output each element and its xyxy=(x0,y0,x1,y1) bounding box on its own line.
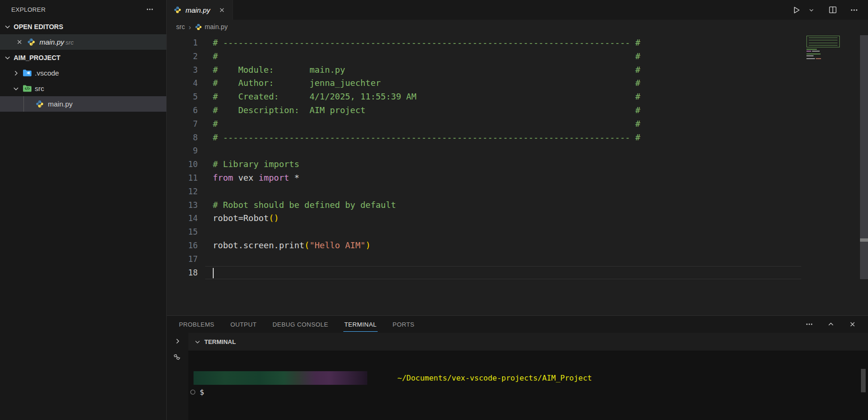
keys-icon[interactable] xyxy=(173,353,182,361)
tree-item-src[interactable]: src xyxy=(0,81,166,96)
breadcrumb-dir[interactable]: src xyxy=(176,23,185,31)
terminal-section-label: TERMINAL xyxy=(204,338,236,345)
line-number: 14 xyxy=(167,212,198,225)
line-number: 16 xyxy=(167,239,198,252)
code-line-18[interactable]: 18 xyxy=(167,266,868,280)
run-icon[interactable] xyxy=(790,4,802,16)
code-line-2[interactable]: 2# # xyxy=(167,50,868,63)
panel-close-icon[interactable] xyxy=(847,319,858,329)
tree-item-label: main.py xyxy=(48,100,73,108)
terminal-content[interactable]: ~/Documents/vex-vscode-projects/AIM_Proj… xyxy=(188,351,868,420)
chevron-down-icon xyxy=(194,338,201,345)
code-line-7[interactable]: 7# # xyxy=(167,117,868,131)
open-editor-item-mainpy[interactable]: main.pysrc xyxy=(0,34,166,50)
code-line-6[interactable]: 6# Description: AIM project # xyxy=(167,104,868,117)
open-editor-dir: src xyxy=(66,39,74,46)
code-line-12[interactable]: 12 xyxy=(167,185,868,199)
terminal-section-header[interactable]: TERMINAL xyxy=(188,333,868,351)
text-cursor xyxy=(213,268,214,278)
line-number: 1 xyxy=(167,36,198,50)
terminal-cwd: ~/Documents/vex-vscode-projects/AIM_Proj… xyxy=(397,374,592,382)
redacted-prompt-segment xyxy=(194,371,367,385)
terminal-input-line[interactable]: $ xyxy=(188,388,868,397)
chevron-down-icon xyxy=(4,54,11,61)
code-text: # Created: 4/1/2025, 11:55:39 AM # xyxy=(213,90,640,104)
tree-item-mainpy[interactable]: main.py xyxy=(0,96,166,112)
panel-tab-ports[interactable]: PORTS xyxy=(392,317,416,332)
code-line-17[interactable]: 17 xyxy=(167,252,868,266)
python-icon xyxy=(174,6,181,14)
chevron-right-icon[interactable] xyxy=(174,337,181,345)
code-text: # --------------------------------------… xyxy=(213,131,640,145)
code-line-10[interactable]: 10# Library imports xyxy=(167,158,868,171)
code-text: # # xyxy=(213,50,640,63)
tree-item-label: .vscode xyxy=(35,69,59,77)
code-line-11[interactable]: 11from vex import * xyxy=(167,171,868,185)
more-actions-icon[interactable] xyxy=(849,5,860,15)
code-line-16[interactable]: 16robot.screen.print("Hello AIM") xyxy=(167,239,868,252)
panel-tab-output[interactable]: OUTPUT xyxy=(229,317,257,332)
project-section[interactable]: AIM_PROJECT xyxy=(0,50,166,65)
breadcrumb: src › main.py xyxy=(167,20,868,34)
editor-actions xyxy=(790,0,868,20)
line-number: 11 xyxy=(167,171,198,185)
python-icon xyxy=(36,100,44,108)
bottom-panel: PROBLEMSOUTPUTDEBUG CONSOLETERMINALPORTS xyxy=(167,315,868,420)
code-text: # Author: jenna_juechter # xyxy=(213,76,640,90)
chevron-right-icon xyxy=(12,69,20,77)
line-number: 5 xyxy=(167,90,198,104)
vscode-window: EXPLORER OPEN EDITORS main.pysrc xyxy=(0,0,868,420)
code-line-4[interactable]: 4# Author: jenna_juechter # xyxy=(167,76,868,90)
run-dropdown-icon[interactable] xyxy=(807,6,816,15)
panel-tab-debug-console[interactable]: DEBUG CONSOLE xyxy=(271,317,329,332)
line-number: 8 xyxy=(167,131,198,145)
panel-maximize-icon[interactable] xyxy=(826,319,836,329)
open-editors-section[interactable]: OPEN EDITORS xyxy=(0,19,166,34)
code-editor[interactable]: 1# -------------------------------------… xyxy=(167,34,868,318)
chevron-down-icon xyxy=(12,85,20,92)
breadcrumb-file[interactable]: main.py xyxy=(195,23,228,31)
panel-tab-problems[interactable]: PROBLEMS xyxy=(178,317,215,332)
line-number: 9 xyxy=(167,144,198,158)
minimap-header-block xyxy=(806,36,840,47)
code-line-5[interactable]: 5# Created: 4/1/2025, 11:55:39 AM # xyxy=(167,90,868,104)
command-decoration-icon[interactable] xyxy=(190,389,196,395)
code-line-8[interactable]: 8# -------------------------------------… xyxy=(167,131,868,145)
close-icon[interactable] xyxy=(16,38,23,46)
indent-guide xyxy=(23,96,24,112)
panel-more-icon[interactable] xyxy=(804,319,814,329)
code-text: robot.screen.print("Hello AIM") xyxy=(213,239,371,252)
code-line-15[interactable]: 15 xyxy=(167,225,868,239)
open-editors-label: OPEN EDITORS xyxy=(14,23,63,31)
code-line-9[interactable]: 9 xyxy=(167,144,868,158)
panel-tab-terminal[interactable]: TERMINAL xyxy=(343,317,378,332)
code-text: # Library imports xyxy=(213,158,299,171)
code-line-14[interactable]: 14robot=Robot() xyxy=(167,212,868,225)
line-number: 13 xyxy=(167,199,198,212)
line-number: 7 xyxy=(167,117,198,131)
line-number: 4 xyxy=(167,76,198,90)
line-number: 6 xyxy=(167,104,198,117)
code-text: # Robot should be defined by default xyxy=(213,199,396,212)
explorer-sidebar: EXPLORER OPEN EDITORS main.pysrc xyxy=(0,0,167,420)
code-line-13[interactable]: 13# Robot should be defined by default xyxy=(167,199,868,212)
tab-mainpy[interactable]: main.py xyxy=(167,0,233,20)
code-text: # Module: main.py # xyxy=(213,63,640,77)
code-line-1[interactable]: 1# -------------------------------------… xyxy=(167,36,868,50)
close-icon[interactable] xyxy=(218,7,225,14)
code-text: from vex import * xyxy=(213,171,299,185)
python-icon xyxy=(27,38,35,46)
line-number: 10 xyxy=(167,158,198,171)
code-line-3[interactable]: 3# Module: main.py # xyxy=(167,63,868,77)
sidebar-title: EXPLORER xyxy=(11,6,46,13)
tree-item-vscode[interactable]: .vscode xyxy=(0,65,166,81)
editor-scrollbar[interactable] xyxy=(860,35,868,279)
terminal-scrollbar-thumb[interactable] xyxy=(861,369,866,392)
open-editor-filename: main.py xyxy=(39,38,64,46)
ellipsis-icon[interactable] xyxy=(145,4,155,15)
python-icon xyxy=(195,23,202,31)
tab-bar: main.py xyxy=(167,0,868,20)
tree-item-label: src xyxy=(35,84,44,92)
split-editor-icon[interactable] xyxy=(827,4,838,15)
minimap[interactable] xyxy=(805,34,841,59)
